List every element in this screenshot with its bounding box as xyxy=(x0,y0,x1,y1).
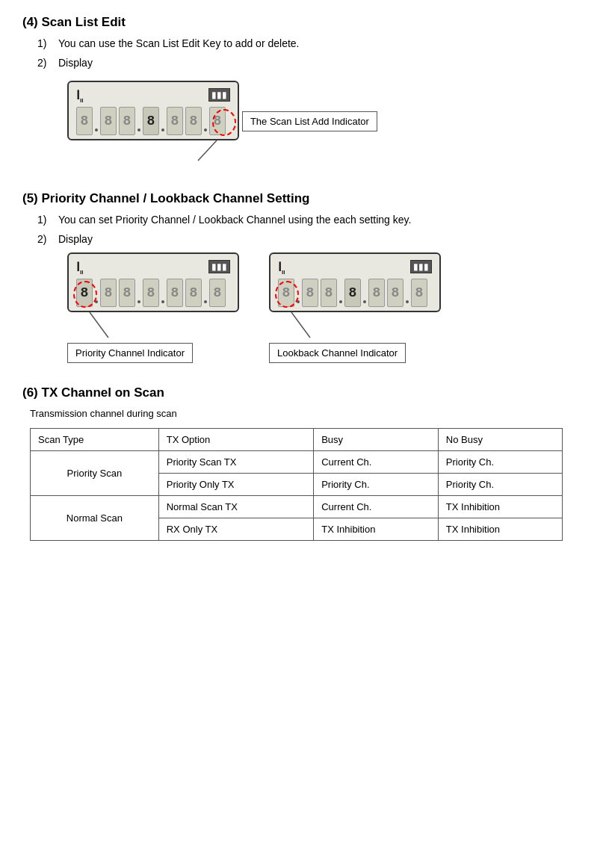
callout-4: The Scan List Add Indicator xyxy=(242,111,377,131)
section-4: (4) Scan List Edit 1) You can use the Sc… xyxy=(22,15,584,169)
section-6: (6) TX Channel on Scan Transmission chan… xyxy=(22,385,584,541)
dot-4-2 xyxy=(137,128,140,131)
table-group-cell: Normal Scan xyxy=(31,496,159,541)
arrow-5r xyxy=(269,312,441,338)
table-option-cell: Priority Scan TX xyxy=(158,451,313,474)
digit-4-5: 8 xyxy=(167,107,183,135)
digit-row-4: 8 8 8 8 8 8 8 xyxy=(76,107,230,135)
digit-5l-3: 8 xyxy=(119,279,135,307)
item2-text: Display xyxy=(58,57,93,69)
arrow-5l xyxy=(67,312,239,338)
dot-4-4 xyxy=(204,128,207,131)
section5-title: (5) Priority Channel / Lookback Channel … xyxy=(22,191,584,206)
table-busy-cell: Current Ch. xyxy=(314,451,439,474)
digit-5l-4: 8 xyxy=(143,279,159,307)
section5-item2: 2) Display Ⅰll ▮▮▮ 8 8 8 xyxy=(37,233,584,363)
section4-display: Ⅰll ▮▮▮ 8 8 8 8 8 8 8 xyxy=(67,81,239,161)
display-box-5-left: Ⅰll ▮▮▮ 8 8 8 8 8 8 xyxy=(67,252,239,312)
dot-5l-1 xyxy=(95,300,98,303)
display-box-5-right: Ⅰll ▮▮▮ 8 8 8 8 8 8 xyxy=(269,252,441,312)
item1-num: 1) xyxy=(37,37,58,49)
dot-5r-1 xyxy=(297,300,300,303)
arrow-4 xyxy=(67,140,239,161)
svg-line-2 xyxy=(291,312,310,338)
dot-5l-3 xyxy=(161,300,164,303)
s5-item2-text: Display xyxy=(58,233,93,245)
priority-display: Ⅰll ▮▮▮ 8 8 8 8 8 8 xyxy=(67,252,239,338)
col-busy: Busy xyxy=(314,429,439,451)
item1-text: You can use the Scan List Edit Key to ad… xyxy=(58,37,299,49)
s5-item2-num: 2) xyxy=(37,233,58,245)
signal-icon-5r: Ⅰll xyxy=(278,260,285,276)
digit-row-5r: 8 8 8 8 8 8 8 xyxy=(278,279,432,307)
dot-5r-2 xyxy=(339,300,342,303)
table-group-cell: Priority Scan xyxy=(31,451,159,496)
battery-icon-5r: ▮▮▮ xyxy=(410,260,432,273)
col-no-busy: No Busy xyxy=(438,429,563,451)
table-nobusy-cell: TX Inhibition xyxy=(438,496,563,518)
digit-5l-5: 8 xyxy=(167,279,183,307)
digit-4-2: 8 xyxy=(100,107,117,135)
table-row: Normal ScanNormal Scan TXCurrent Ch.TX I… xyxy=(31,496,563,518)
table-nobusy-cell: Priority Ch. xyxy=(438,474,563,496)
s5-item1-num: 1) xyxy=(37,214,58,226)
digit-5r-5: 8 xyxy=(368,279,385,307)
table-busy-cell: TX Inhibition xyxy=(314,518,439,541)
svg-line-0 xyxy=(198,140,217,161)
dot-5r-4 xyxy=(406,300,409,303)
digit-4-7: 8 xyxy=(209,107,226,135)
col-scan-type: Scan Type xyxy=(31,429,159,451)
section4-item1: 1) You can use the Scan List Edit Key to… xyxy=(37,37,584,49)
table-option-cell: Priority Only TX xyxy=(158,474,313,496)
signal-icon-4: Ⅰll xyxy=(76,88,83,104)
digit-5r-7: 8 xyxy=(411,279,427,307)
section4-item2: 2) Display Ⅰll ▮▮▮ 8 8 8 8 xyxy=(37,57,584,169)
dot-4-3 xyxy=(161,128,164,131)
section5-dual-display: Ⅰll ▮▮▮ 8 8 8 8 8 8 xyxy=(67,252,584,363)
tx-channel-table: Scan Type TX Option Busy No Busy Priorit… xyxy=(30,428,563,541)
digit-4-4: 8 xyxy=(143,107,159,135)
callout-priority: Priority Channel Indicator xyxy=(67,343,193,363)
dot-5l-2 xyxy=(137,300,140,303)
s5-item1-text: You can set Priority Channel / Lookback … xyxy=(58,214,411,226)
digit-row-5l: 8 8 8 8 8 8 8 xyxy=(76,279,230,307)
section-5: (5) Priority Channel / Lookback Channel … xyxy=(22,191,584,363)
digit-4-6: 8 xyxy=(185,107,202,135)
callout-lookback: Lookback Channel Indicator xyxy=(269,343,406,363)
battery-icon-5l: ▮▮▮ xyxy=(208,260,230,273)
dot-5r-3 xyxy=(363,300,366,303)
digit-5l-6: 8 xyxy=(185,279,202,307)
digit-5r-4: 8 xyxy=(344,279,361,307)
svg-line-1 xyxy=(90,312,108,338)
dot-4-1 xyxy=(95,128,98,131)
table-option-cell: RX Only TX xyxy=(158,518,313,541)
digit-5r-1: 8 xyxy=(278,279,294,307)
digit-5r-2: 8 xyxy=(302,279,318,307)
signal-icon-5l: Ⅰll xyxy=(76,260,83,276)
priority-display-wrap: Ⅰll ▮▮▮ 8 8 8 8 8 8 xyxy=(67,252,239,363)
table-nobusy-cell: TX Inhibition xyxy=(438,518,563,541)
digit-5l-2: 8 xyxy=(100,279,117,307)
digit-5l-7: 8 xyxy=(209,279,226,307)
dot-5l-4 xyxy=(204,300,207,303)
table-option-cell: Normal Scan TX xyxy=(158,496,313,518)
lookback-display-wrap: Ⅰll ▮▮▮ 8 8 8 8 8 8 xyxy=(269,252,441,363)
display-box-4: Ⅰll ▮▮▮ 8 8 8 8 8 8 8 xyxy=(67,81,239,140)
item2-num: 2) xyxy=(37,57,58,69)
section4-display-area: Ⅰll ▮▮▮ 8 8 8 8 8 8 8 xyxy=(67,81,377,161)
table-busy-cell: Priority Ch. xyxy=(314,474,439,496)
col-tx-option: TX Option xyxy=(158,429,313,451)
table-row: Priority ScanPriority Scan TXCurrent Ch.… xyxy=(31,451,563,474)
section4-title: (4) Scan List Edit xyxy=(22,15,584,30)
digit-5r-3: 8 xyxy=(321,279,337,307)
section5-item1: 1) You can set Priority Channel / Lookba… xyxy=(37,214,584,226)
digit-5r-6: 8 xyxy=(387,279,404,307)
digit-4-1: 8 xyxy=(76,107,93,135)
battery-icon-4: ▮▮▮ xyxy=(208,88,230,102)
digit-4-3: 8 xyxy=(119,107,135,135)
lookback-display: Ⅰll ▮▮▮ 8 8 8 8 8 8 xyxy=(269,252,441,338)
digit-5l-1: 8 xyxy=(76,279,93,307)
table-busy-cell: Current Ch. xyxy=(314,496,439,518)
table-header-row: Scan Type TX Option Busy No Busy xyxy=(31,429,563,451)
section6-title: (6) TX Channel on Scan xyxy=(22,385,584,400)
